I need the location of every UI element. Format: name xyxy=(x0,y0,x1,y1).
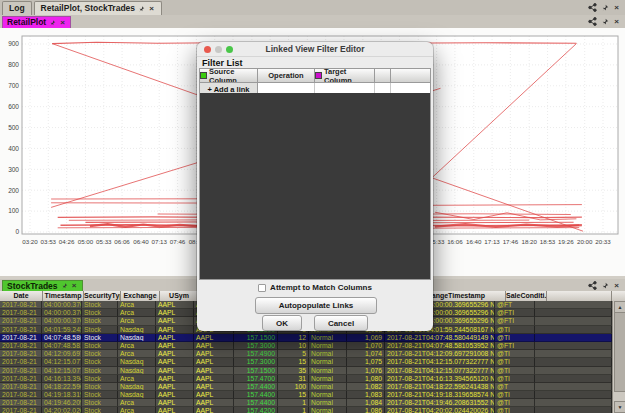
table-row[interactable]: 2017-08-2104:19:18.319StockNasdaqAAPLAAP… xyxy=(0,391,612,399)
table-cell: AAPL xyxy=(194,391,234,399)
table-cell: Stock xyxy=(82,375,118,383)
window-buttons xyxy=(204,46,233,53)
table-cell: Normal xyxy=(309,334,347,342)
table-cell: 10 xyxy=(278,342,309,350)
table-cell: Arca xyxy=(118,407,156,413)
table-cell: 12 xyxy=(278,334,309,342)
table-cell: 2017-08-21T04:16:13.394565120 NY xyxy=(385,375,495,383)
table-cell: Nasdaq xyxy=(118,391,156,399)
table-row[interactable]: 2017-08-2104:20:02.020StockArcaAAPLAAPL1… xyxy=(0,407,612,413)
pin-icon[interactable] xyxy=(138,5,145,13)
column-header-saleconditi-[interactable]: SaleConditi... xyxy=(506,291,547,301)
attempt-match-label: Attempt to Match Columns xyxy=(270,283,372,292)
pin-icon[interactable] xyxy=(600,3,609,12)
table-row[interactable]: 2017-08-2104:12:09.697StockArcaAAPLAAPL1… xyxy=(0,350,612,358)
tab-stocktrades-label: StockTrades xyxy=(7,281,58,291)
table-cell: 15 xyxy=(278,391,309,399)
table-cell: Stock xyxy=(82,383,118,391)
filter-table-header: Source Column Operation Target Column xyxy=(200,69,430,82)
table-cell: Nasdaq xyxy=(118,326,156,334)
table-cell: 04:19:18.319 xyxy=(42,391,82,399)
column-header-securitytype[interactable]: SecurityType xyxy=(84,291,121,301)
table-cell: @TI xyxy=(495,350,535,358)
table-row[interactable]: 2017-08-2104:12:15.077StockNasdaqAAPLAAP… xyxy=(0,367,612,375)
float-group-icon[interactable] xyxy=(588,3,597,12)
table-row[interactable]: 2017-08-2104:07:48.581StockArcaAAPLAAPL1… xyxy=(0,342,612,350)
table-cell: 157.3000 xyxy=(234,342,278,350)
table-row[interactable]: 2017-08-2104:19:46.209StockArcaAAPLAAPL1… xyxy=(0,399,612,407)
scroll-down-button[interactable]: ▼ xyxy=(614,401,625,413)
table-cell: Arca xyxy=(118,399,156,407)
table-cell: Stock xyxy=(82,407,118,413)
table-cell: 04:00:00.370 xyxy=(42,309,82,317)
table-cell: 1,075 xyxy=(347,358,385,366)
table-cell: AAPL xyxy=(194,358,234,366)
table-cell: @FTI xyxy=(495,342,535,350)
table-cell: @FTI xyxy=(495,317,535,325)
float-group-icon[interactable] xyxy=(588,281,597,290)
pin-icon[interactable] xyxy=(49,19,56,27)
close-icon[interactable]: × xyxy=(612,3,621,12)
autopopulate-links-button[interactable]: Autopopulate Links xyxy=(255,297,377,314)
table-cell: 35 xyxy=(278,367,309,375)
tab-log[interactable]: Log xyxy=(2,1,32,15)
table-cell: @TI xyxy=(495,367,535,375)
column-header-usym[interactable]: USym xyxy=(160,291,199,301)
table-cell: Stock xyxy=(82,334,118,342)
operation-header-label: Operation xyxy=(268,71,303,80)
table-cell: @T xyxy=(495,383,535,391)
table-cell: AAPL xyxy=(156,334,194,342)
row-filler xyxy=(535,391,612,399)
table-cell: @TI xyxy=(495,334,535,342)
scrollbar-thumb[interactable] xyxy=(614,312,625,392)
table-cell: @TI xyxy=(495,399,535,407)
macos-minimize-button[interactable] xyxy=(215,46,222,53)
close-icon[interactable]: × xyxy=(148,5,155,13)
table-cell: 2017-08-21 xyxy=(0,391,42,399)
source-column-header[interactable]: Source Column xyxy=(200,69,258,82)
close-icon[interactable]: × xyxy=(59,19,66,27)
macos-zoom-button[interactable] xyxy=(226,46,233,53)
table-cell: Stock xyxy=(82,342,118,350)
table-row[interactable]: 2017-08-2104:18:22.596StockNasdaqAAPLAAP… xyxy=(0,383,612,391)
operation-header[interactable]: Operation xyxy=(258,69,315,82)
pin-icon[interactable] xyxy=(600,17,609,26)
table-cell: Normal xyxy=(309,383,347,391)
header-filler xyxy=(547,291,612,301)
column-header-exchange[interactable]: Exchange xyxy=(121,291,160,301)
ok-button[interactable]: OK xyxy=(262,315,302,331)
attempt-match-checkbox[interactable] xyxy=(258,284,266,292)
table-cell: 2017-08-21 xyxy=(0,317,42,325)
table-cell: Stock xyxy=(82,399,118,407)
table-row[interactable]: 2017-08-2104:16:13.394StockArcaAAPLAAPL1… xyxy=(0,375,612,383)
svg-text:300: 300 xyxy=(8,166,19,173)
tab-log-label: Log xyxy=(9,2,25,15)
close-icon[interactable]: × xyxy=(612,281,621,290)
table-cell: 1,084 xyxy=(347,399,385,407)
cancel-button[interactable]: Cancel xyxy=(314,315,368,331)
table-cell: 157.4700 xyxy=(234,375,278,383)
close-icon[interactable]: × xyxy=(71,282,78,290)
row-filler xyxy=(535,399,612,407)
svg-text:04:26: 04:26 xyxy=(59,238,75,245)
pin-icon[interactable] xyxy=(61,282,68,290)
table-cell: 157.3000 xyxy=(234,358,278,366)
close-icon[interactable]: × xyxy=(612,17,621,26)
pin-icon[interactable] xyxy=(600,281,609,290)
table-cell: 2017-08-21 xyxy=(0,358,42,366)
table-cell: AAPL xyxy=(194,383,234,391)
float-group-icon[interactable] xyxy=(588,17,597,26)
table-row[interactable]: 2017-08-2104:07:48.580StockNasdaqAAPLAAP… xyxy=(0,334,612,342)
row-filler xyxy=(535,326,612,334)
column-header-date[interactable]: Date xyxy=(0,291,43,301)
macos-close-button[interactable] xyxy=(204,46,211,53)
table-cell: 2017-08-21 xyxy=(0,399,42,407)
table-cell: 157.1500 xyxy=(234,334,278,342)
table-cell: Stock xyxy=(82,367,118,375)
tab-retailplot-stocktrades[interactable]: RetailPlot, StockTrades × xyxy=(34,1,162,15)
table-row[interactable]: 2017-08-2104:12:15.077StockNasdaqAAPLAAP… xyxy=(0,358,612,366)
column-header-timestamp[interactable]: Timestamp xyxy=(43,291,84,301)
table-vertical-scrollbar[interactable]: ▲ ▼ xyxy=(612,301,625,413)
target-column-header[interactable]: Target Column xyxy=(315,69,375,82)
table-cell: AAPL xyxy=(156,383,194,391)
